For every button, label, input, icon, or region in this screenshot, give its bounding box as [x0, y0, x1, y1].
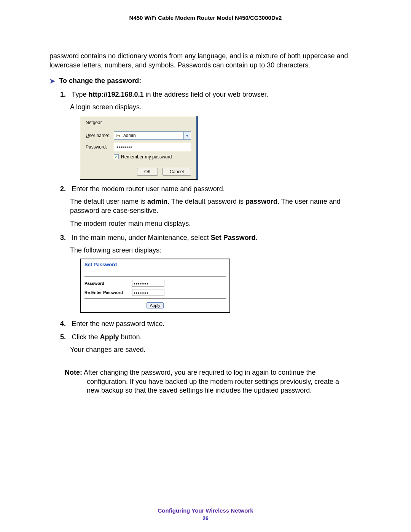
step-1: 1. Type http://192.168.0.1 in the addres… [60, 91, 362, 179]
ok-button[interactable]: OK [137, 168, 158, 176]
note-block: Note: After changing the password, you a… [65, 365, 342, 399]
divider [84, 298, 226, 299]
field-label: Password [84, 281, 132, 286]
step-subtext: Your changes are saved. [70, 345, 362, 354]
username-value: admin [123, 133, 183, 138]
remember-row: ✓ Remember my password [114, 154, 191, 160]
step-number: 5. [60, 333, 70, 341]
note-body: After changing the password, you are req… [82, 369, 339, 394]
step-subtext: The default user name is admin. The defa… [70, 197, 362, 216]
footer-rule [49, 496, 362, 496]
login-dialog-figure: Netgear User name: 🗝 admin ▾ Password: [80, 116, 198, 180]
remember-checkbox[interactable]: ✓ [114, 154, 119, 159]
document-page: N450 WiFi Cable Modem Router Model N450/… [0, 0, 411, 532]
note-label: Note: [65, 369, 82, 376]
step-text: Enter the modem router user name and pas… [72, 185, 225, 193]
step-2: 2. Enter the modem router user name and … [60, 185, 362, 228]
step-number: 4. [60, 320, 70, 328]
step-subtext: The modem router main menu displays. [70, 219, 362, 228]
note-rule-bottom [65, 399, 342, 399]
text-bold: Apply [100, 333, 119, 341]
procedure-title: To change the password: [59, 77, 141, 85]
step-text: Click the Apply button. [72, 333, 142, 341]
text-bold: admin [147, 198, 167, 205]
divider [84, 276, 226, 277]
text-fragment: . The default password is [167, 198, 245, 205]
username-label: User name: [86, 133, 114, 138]
step-number: 2. [60, 185, 70, 193]
text-bold: Set Password [211, 234, 256, 241]
text-bold: http://192.168.0.1 [88, 91, 143, 98]
step-4: 4. Enter the new password twice. [60, 320, 362, 328]
text-fragment: In the main menu, under Maintenance, sel… [72, 234, 210, 241]
step-text: Type http://192.168.0.1 in the address f… [72, 91, 268, 98]
step-number: 1. [60, 91, 70, 99]
password-row: Password: •••••••• [86, 143, 191, 151]
reenter-password-row: Re-Enter Password •••••••• [84, 289, 226, 296]
step-5: 5. Click the Apply button. Your changes … [60, 333, 362, 354]
reenter-password-input[interactable]: •••••••• [132, 289, 164, 296]
password-field-row: Password •••••••• [84, 280, 226, 287]
step-text: In the main menu, under Maintenance, sel… [72, 234, 257, 241]
text-fragment: button. [119, 333, 142, 341]
apply-button[interactable]: Apply [147, 302, 164, 308]
step-subtext: A login screen displays. [70, 102, 362, 112]
text-bold: password [245, 198, 277, 205]
set-password-figure: Set Password Password •••••••• Re-Enter … [80, 259, 230, 313]
text-fragment: Type [72, 91, 88, 98]
login-buttons: OK Cancel [86, 168, 191, 176]
intro-paragraph: password contains no dictionary words fr… [49, 51, 362, 70]
remember-label: Remember my password [121, 154, 172, 160]
key-icon: 🗝 [116, 133, 121, 138]
username-row: User name: 🗝 admin ▾ [86, 131, 191, 140]
note-rule-top [65, 365, 342, 365]
text-fragment: . [256, 234, 258, 241]
text-fragment: Click the [72, 333, 100, 341]
apply-row: Apply [84, 302, 226, 308]
text-fragment: in the address field of your web browser… [144, 91, 268, 98]
chevron-down-icon[interactable]: ▾ [183, 132, 190, 139]
step-3: 3. In the main menu, under Maintenance, … [60, 234, 362, 313]
steps-list: 1. Type http://192.168.0.1 in the addres… [60, 91, 362, 354]
procedure-heading: ➤ To change the password: [49, 77, 362, 86]
footer-page-number: 26 [0, 515, 411, 521]
password-label: Password: [86, 144, 114, 150]
login-site-label: Netgear [86, 120, 191, 125]
chevron-right-icon: ➤ [49, 77, 55, 85]
step-text: Enter the new password twice. [72, 320, 164, 328]
password-input[interactable]: •••••••• [114, 143, 191, 151]
text-fragment: The default user name is [70, 198, 147, 205]
footer-section: Configuring Your Wireless Network [0, 507, 411, 514]
cancel-button[interactable]: Cancel [162, 168, 191, 176]
field-label: Re-Enter Password [84, 290, 132, 295]
username-combo[interactable]: 🗝 admin ▾ [114, 131, 191, 140]
panel-title: Set Password [84, 262, 226, 267]
step-subtext: The following screen displays: [70, 246, 362, 255]
note-text: Note: After changing the password, you a… [65, 368, 342, 395]
step-number: 3. [60, 234, 70, 242]
password-input[interactable]: •••••••• [132, 280, 164, 287]
document-header: N450 WiFi Cable Modem Router Model N450/… [49, 14, 362, 21]
